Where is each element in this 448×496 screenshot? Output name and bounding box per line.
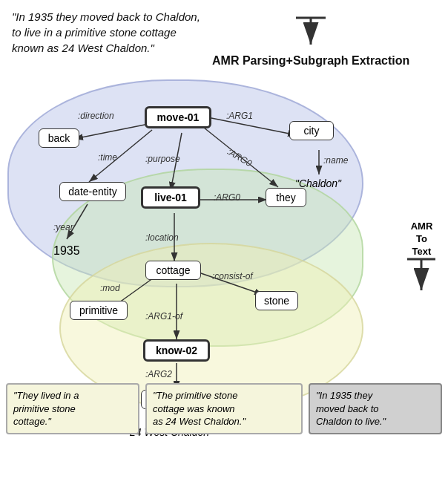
diagram-area: move-01 back date-entity 1935 city "Chal… [0, 72, 448, 436]
edge-location: :location [145, 232, 179, 243]
amr-to-text-label: AMRToText [411, 221, 433, 258]
output-box-2: "The primitive stonecottage was knownas … [145, 383, 303, 434]
amr-arrow-section: AMR Parsing+Subgraph Extraction [212, 16, 409, 69]
node-cottage: cottage [145, 261, 201, 280]
node-they: they [266, 188, 306, 207]
node-primitive: primitive [70, 301, 128, 320]
edge-direction: :direction [78, 111, 114, 121]
bottom-output-boxes: "They lived in aprimitive stonecottage."… [0, 383, 448, 434]
edge-arg0-live: :ARG0 [214, 192, 240, 203]
node-year: 1935 [46, 241, 88, 261]
edge-consist-of: :consist-of [212, 271, 253, 281]
edge-mod: :mod [100, 283, 120, 293]
node-back: back [39, 128, 79, 148]
node-live01: live-01 [141, 186, 200, 209]
node-date-entity: date-entity [59, 182, 126, 201]
node-move01: move-01 [145, 106, 211, 128]
edge-purpose: :purpose [145, 154, 180, 164]
node-know02: know-02 [143, 339, 210, 362]
edge-time: :time [98, 152, 117, 163]
top-section: "In 1935 they moved back to Chaldon, to … [0, 0, 448, 69]
edge-arg2: :ARG2 [145, 369, 172, 379]
amr-parsing-label: AMR Parsing+Subgraph Extraction [212, 53, 409, 69]
amr-to-text-arrow [401, 258, 442, 298]
output-box-1: "They lived in aprimitive stonecottage." [6, 383, 139, 434]
node-stone: stone [255, 291, 298, 310]
edge-arg1-of: :ARG1-of [145, 311, 182, 322]
amr-parsing-arrow [289, 16, 333, 53]
amr-to-text-section: AMRToText [401, 221, 442, 299]
output-box-3: "In 1935 theymoved back toChaldon to liv… [309, 383, 442, 434]
edge-year: :year [53, 222, 73, 232]
edge-arg1: :ARG1 [226, 111, 253, 121]
input-quote: "In 1935 they moved back to Chaldon, to … [12, 9, 205, 56]
edge-name: :name [323, 155, 348, 166]
node-city: city [289, 121, 334, 140]
